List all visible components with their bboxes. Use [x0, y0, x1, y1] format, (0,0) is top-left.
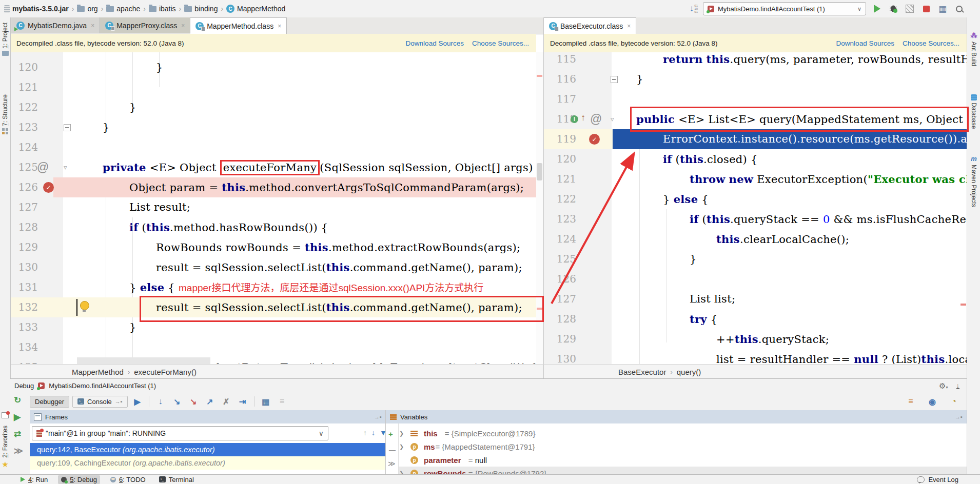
stop-button[interactable] — [920, 3, 932, 14]
code-line-127[interactable]: 127List list; — [544, 289, 967, 309]
code-line-130[interactable]: 130result = sqlSession.selectList(this.c… — [10, 257, 536, 277]
status-item--todo[interactable]: 6: TODO — [107, 475, 149, 484]
code-line-129[interactable]: 129++this.queryStack; — [544, 329, 967, 349]
code-line-121[interactable]: 121throw new ExecutorException("Executor… — [544, 169, 967, 189]
breadcrumb-item-binding[interactable]: binding — [184, 5, 218, 13]
search-everywhere-button[interactable] — [953, 3, 965, 14]
scrollbar-thumb[interactable] — [537, 163, 542, 180]
code-line-121[interactable]: 121 — [10, 77, 536, 97]
code-line-128[interactable]: 128if (this.method.hasRowBounds()) { — [10, 217, 536, 237]
tab-console[interactable]: ›_Console→▪ — [72, 396, 128, 408]
code-line-131[interactable]: 131} else { mapper接口代理方法，底层还是通过sqlSessio… — [10, 277, 536, 297]
fold-marker-icon[interactable] — [611, 76, 618, 83]
run-configuration-select[interactable]: MybatisDemo.findAllAccountTest (1) ∨ — [703, 2, 866, 15]
breadcrumb-item-executeForMany()[interactable]: executeForMany() — [134, 368, 197, 376]
code-line-130[interactable]: 130list = resultHandler == null ? (List)… — [544, 349, 967, 364]
code-line-122[interactable]: 122} — [10, 97, 536, 117]
download-sources-link[interactable]: Download Sources — [836, 39, 894, 47]
frame-down-button[interactable]: ↓ — [371, 429, 375, 437]
intention-bulb-icon[interactable] — [80, 301, 89, 310]
code-line-120[interactable]: 120if (this.closed) { — [544, 149, 967, 169]
breadcrumb-item-org[interactable]: org — [77, 5, 97, 13]
status-item--debug[interactable]: 5: Debug — [58, 475, 100, 484]
show-execution-point-button[interactable]: ▶ — [131, 395, 144, 408]
code-line-129[interactable]: 129RowBounds rowBounds = this.method.ext… — [10, 237, 536, 257]
chevron-right-icon[interactable]: ❯ — [399, 470, 404, 475]
code-line-126[interactable]: 126 — [544, 269, 967, 289]
event-log-button[interactable]: Event Log — [917, 476, 958, 483]
code-line-125[interactable]: 125} — [544, 249, 967, 269]
breadcrumb-item-ibatis[interactable]: ibatis — [149, 5, 176, 13]
code-line-123[interactable]: 123} — [10, 117, 536, 137]
breakpoint-icon[interactable]: ✓ — [43, 182, 54, 193]
breadcrumb-item-query()[interactable]: query() — [677, 368, 701, 376]
hide-panel-button[interactable]: ↓ — [956, 383, 960, 389]
breadcrumb-left-editor[interactable]: MapperMethod›executeForMany() — [72, 365, 197, 379]
run-button[interactable] — [871, 3, 883, 14]
choose-sources-link[interactable]: Choose Sources... — [472, 39, 529, 47]
thread-dump-button[interactable]: ◉ — [926, 395, 939, 408]
code-line-125[interactable]: 125@▿private <E> Object executeForMany(S… — [10, 157, 536, 177]
step-over-button[interactable]: ↓ — [154, 395, 167, 408]
status-item--run[interactable]: 4: Run — [17, 475, 51, 484]
breakpoint-icon[interactable]: ✓ — [589, 134, 600, 145]
breadcrumb-item-apache[interactable]: apache — [106, 5, 140, 13]
overrides-icon[interactable]: ↑ — [581, 112, 585, 123]
code-line-127[interactable]: 127List result; — [10, 197, 536, 217]
settings-gear-button[interactable]: ⚙▾ — [939, 381, 948, 391]
code-line-124[interactable]: 124this.clearLocalCache(); — [544, 229, 967, 249]
rerun-failed-button[interactable]: ⇄ — [14, 429, 21, 439]
download-sources-link[interactable]: Download Sources — [406, 39, 464, 47]
variable-row-this[interactable]: ❯this = {SimpleExecutor@1789} — [386, 427, 967, 440]
breadcrumb-item-BaseExecutor[interactable]: BaseExecutor — [618, 368, 666, 376]
choose-sources-link[interactable]: Choose Sources... — [903, 39, 959, 47]
close-icon[interactable]: × — [181, 22, 185, 29]
restore-layout-button[interactable]: ▦ — [937, 3, 948, 14]
view-threads-button[interactable]: ≡ — [904, 395, 917, 408]
tab-BaseExecutor.class[interactable]: CBaseExecutor.class× — [544, 17, 636, 34]
tool-button-ant-build[interactable]: ⁂Ant Build — [967, 32, 980, 66]
rerun-button[interactable]: ↻ — [14, 395, 21, 406]
memory-view-button[interactable]: ◔ — [947, 395, 961, 408]
frame-row[interactable]: query:142, BaseExecutor (org.apache.ibat… — [30, 443, 386, 456]
variable-row-ms[interactable]: ❯pms = {MappedStatement@1791} — [386, 440, 967, 453]
variable-row-parameter[interactable]: pparameter = null — [386, 453, 967, 467]
tool-button-favorites[interactable]: 2: Favorites★ — [0, 426, 10, 469]
tool-button-database[interactable]: Database — [967, 94, 980, 129]
fold-marker-icon[interactable]: ▿ — [64, 157, 67, 177]
close-icon[interactable]: × — [278, 23, 281, 30]
close-icon[interactable]: × — [91, 22, 94, 29]
chevron-right-icon[interactable]: ❯ — [399, 430, 404, 437]
breadcrumb-item-MapperMethod[interactable]: CMapperMethod — [226, 5, 285, 13]
breadcrumb-right-editor[interactable]: BaseExecutor›query() — [618, 365, 701, 379]
code-line-115[interactable]: 115return this.query(ms, parameter, rowB… — [544, 52, 967, 69]
tab-MapperProxy.class[interactable]: CMapperProxy.class× — [100, 17, 190, 33]
code-line-123[interactable]: 123if (this.queryStack == 0 && ms.isFlus… — [544, 209, 967, 229]
breadcrumb-item-mybatis-3.5.0.jar[interactable]: mybatis-3.5.0.jar — [4, 5, 69, 13]
run-with-coverage-button[interactable] — [904, 3, 915, 14]
code-line-134[interactable]: 134 — [10, 337, 536, 357]
drop-frame-button[interactable]: ✗ — [220, 395, 233, 408]
tool-button-maven[interactable]: mMaven Projects — [967, 155, 980, 207]
resume-button[interactable]: ▶ — [14, 412, 21, 422]
evaluate-expression-button[interactable]: ▦ — [259, 395, 272, 408]
tool-button-debug-indicator[interactable] — [0, 412, 10, 418]
fold-marker-icon[interactable] — [64, 124, 71, 131]
status-item-terminal[interactable]: ›_Terminal — [156, 475, 197, 484]
run-to-cursor-button[interactable]: ⇥ — [236, 395, 249, 408]
code-line-128[interactable]: 128try { — [544, 309, 967, 329]
force-step-into-button[interactable]: ↘ — [187, 395, 200, 408]
breadcrumb-item-MapperMethod[interactable]: MapperMethod — [72, 368, 124, 376]
editor-right-baseexecutor[interactable]: 115return this.query(ms, parameter, rowB… — [544, 52, 967, 364]
debug-button[interactable] — [888, 3, 899, 14]
code-line-126[interactable]: 126✓Object param = this.method.convertAr… — [10, 177, 536, 197]
code-line-116[interactable]: 116} — [544, 69, 967, 89]
variable-row-rowBounds[interactable]: ❯prowBounds = {RowBounds@1792} — [386, 467, 967, 474]
code-line-120[interactable]: 120} — [10, 57, 536, 77]
hector-inspections-icon[interactable]: ↓ 011001 — [690, 4, 698, 14]
chevron-right-icon[interactable]: ❯ — [399, 443, 404, 450]
implementing-method-icon[interactable]: I — [571, 115, 578, 123]
layout-settings-button[interactable]: ≡ — [276, 395, 289, 408]
code-line-124[interactable]: 124 — [10, 137, 536, 157]
fold-marker-icon[interactable]: ▿ — [611, 109, 614, 129]
